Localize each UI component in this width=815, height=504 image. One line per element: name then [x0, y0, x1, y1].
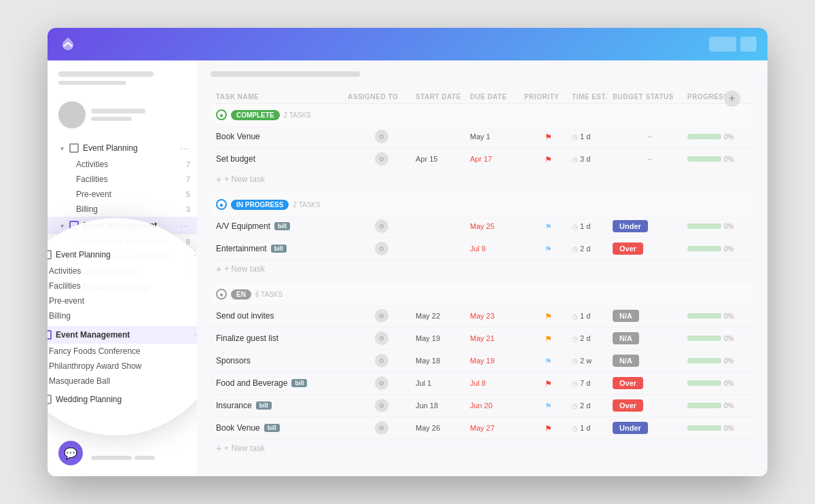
add-task-open[interactable]: + + New task	[211, 439, 754, 457]
due-date-cell: May 23	[470, 312, 524, 320]
top-bar-button-1[interactable]	[709, 37, 736, 52]
spotlight-event-management[interactable]: ▾ Event Management ···	[48, 326, 197, 344]
folder-icon-purple	[48, 330, 52, 340]
table-row[interactable]: Insurance bill ⊙ Jun 18 Jun 20 ◷ 2 d Ove…	[211, 395, 754, 417]
sidebar: ▾ Event Planning ··· Activities 7 Facili…	[48, 60, 197, 476]
table-row[interactable]: Entertainment bill ⊙ Jul 8 ◷ 2 d Over 0%	[211, 238, 754, 260]
sidebar-child-label: Billing	[76, 204, 183, 214]
top-bar-button-2[interactable]	[740, 37, 757, 52]
section-toggle-open[interactable]: ●	[216, 289, 227, 300]
budget-badge: Over	[613, 399, 643, 412]
assigned-icon: ⊙	[375, 130, 388, 143]
assigned-cell: ⊙	[348, 242, 416, 255]
assigned-cell: ⊙	[348, 421, 416, 435]
plus-icon: +	[216, 174, 221, 185]
assigned-cell: ⊙	[348, 354, 416, 367]
priority-cell	[524, 132, 572, 141]
sidebar-child-label: Facilities	[49, 281, 197, 291]
budget-cell: Under	[613, 422, 687, 434]
table-row[interactable]: Sponsors ⊙ May 18 May 19 ◷ 2 w N/A 0%	[211, 350, 754, 372]
spotlight-billing[interactable]: Billing 3	[48, 308, 197, 323]
task-name: Insurance	[216, 401, 252, 410]
table-row[interactable]: Finalize guest list ⊙ May 19 May 21 ◷ 2 …	[211, 327, 754, 350]
app-logo	[58, 35, 77, 54]
sidebar-item-activities[interactable]: Activities 7	[48, 157, 197, 172]
time-est-cell: ◷ 1 d	[572, 312, 613, 320]
toggle-icon: ▾	[58, 222, 65, 229]
col-task-name: TASK NAME	[216, 93, 348, 101]
progress-cell: 0%	[687, 156, 748, 163]
spotlight-event-planning[interactable]: ▾ Event Planning ···	[48, 246, 197, 264]
assigned-icon: ⊙	[375, 354, 388, 367]
flag-red-icon	[545, 155, 551, 163]
sidebar-item-event-planning[interactable]: ▾ Event Planning ···	[48, 139, 197, 157]
progress-cell: 0%	[687, 425, 748, 432]
sidebar-item-billing[interactable]: Billing 3	[48, 202, 197, 217]
sidebar-avatar-area	[48, 96, 197, 139]
add-task-in-progress[interactable]: + + New task	[211, 260, 754, 278]
more-icon[interactable]: ···	[180, 220, 190, 231]
time-est-cell: ◷ 2 d	[572, 401, 613, 410]
more-icon[interactable]: ···	[194, 329, 197, 340]
sidebar-item-pre-event[interactable]: Pre-event 5	[48, 187, 197, 202]
spotlight-philanthropy[interactable]: Philanthropy Award Show 8	[48, 359, 197, 374]
sidebar-group-label: Event Planning	[56, 250, 189, 259]
task-count-complete: 2 TASKS	[284, 111, 311, 119]
assigned-icon: ⊙	[375, 376, 388, 390]
priority-cell	[524, 334, 572, 342]
start-date-cell: Jun 18	[416, 401, 470, 410]
col-budget-status: BUDGET STATUS	[613, 93, 687, 101]
table-row[interactable]: A/V Equipment bill ⊙ May 25 ◷ 1 d Under …	[211, 215, 754, 238]
spotlight-fancy-foods[interactable]: Fancy Foods Conference 8	[48, 344, 197, 359]
table-row[interactable]: Send out invites ⊙ May 22 May 23 ◷ 1 d N…	[211, 305, 754, 327]
start-date-cell: May 18	[416, 357, 470, 365]
assigned-cell: ⊙	[348, 399, 416, 412]
section-toggle-in-progress[interactable]: ●	[216, 199, 227, 210]
table-row[interactable]: Book Venue bill ⊙ May 1 May 2 ◷ 1 d – 0%	[211, 126, 754, 148]
task-name-cell: Food and Beverage bill	[216, 378, 348, 388]
add-task-complete[interactable]: + + New task	[211, 170, 754, 188]
more-icon[interactable]: ···	[180, 143, 190, 154]
table-row[interactable]: Set budget ⊙ Apr 15 Apr 17 ◷ 3 d – 0%	[211, 148, 754, 170]
task-name-cell: Insurance bill	[216, 401, 348, 410]
table-row[interactable]: Book Venue bill ⊙ May 26 May 27 ◷ 1 d Un…	[211, 417, 754, 439]
priority-cell	[524, 379, 572, 387]
flag-blue-icon	[545, 245, 551, 253]
content-search-bar	[211, 71, 360, 77]
priority-cell	[524, 424, 572, 432]
spotlight-pre-event[interactable]: Pre-event 5	[48, 293, 197, 308]
task-name: Book Venue	[216, 423, 260, 433]
add-task-label: + New task	[224, 264, 265, 274]
due-date-cell: May 25	[470, 222, 524, 230]
bottom-line-2	[134, 456, 155, 460]
due-date-cell: May 27	[470, 424, 524, 432]
table-row[interactable]: Food and Beverage bill ⊙ Jul 1 Jul 8 ◷ 7…	[211, 372, 754, 395]
assigned-icon: ⊙	[375, 309, 388, 323]
more-icon[interactable]: ···	[194, 249, 197, 260]
task-name-cell: Finalize guest list	[216, 334, 348, 343]
flag-blue-icon	[545, 222, 551, 230]
sidebar-child-count: 7	[186, 160, 190, 168]
sidebar-search-area	[48, 71, 197, 96]
progress-cell: 0%	[687, 335, 748, 342]
assigned-icon: ⊙	[375, 421, 388, 435]
spotlight-facilities[interactable]: Facilities 7	[48, 278, 197, 293]
plus-icon: +	[216, 443, 221, 454]
section-toggle-complete[interactable]: ●	[216, 109, 227, 120]
due-date-cell: Jul 8	[470, 379, 524, 387]
top-bar-controls	[709, 37, 757, 52]
chat-button[interactable]: 💬	[58, 441, 83, 465]
add-task-label: + New task	[224, 444, 265, 453]
spotlight-activities[interactable]: Activities 7	[48, 264, 197, 278]
folder-icon	[48, 250, 52, 259]
add-column-button[interactable]: +	[724, 90, 740, 107]
progress-cell: 0%	[687, 380, 748, 387]
sidebar-item-facilities[interactable]: Facilities 7	[48, 172, 197, 187]
spotlight-masquerade[interactable]: Masquerade Ball 3	[48, 374, 197, 389]
assigned-cell: ⊙	[348, 376, 416, 390]
budget-cell: Over	[613, 242, 687, 255]
spotlight-wedding-planning[interactable]: ▸ Wedding Planning	[48, 391, 197, 408]
folder-icon	[48, 395, 52, 404]
task-name: Send out invites	[216, 311, 274, 321]
task-name-cell: Send out invites	[216, 311, 348, 321]
